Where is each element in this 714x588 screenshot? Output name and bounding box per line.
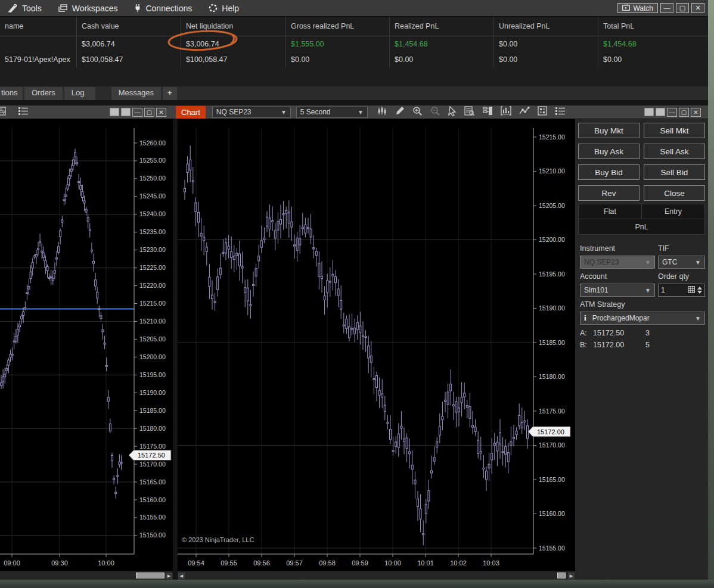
close-button[interactable]: Close: [644, 185, 705, 201]
right-chart-scrollbar[interactable]: ◀ ▶: [178, 571, 575, 580]
buy-ask-button[interactable]: Buy Ask: [578, 144, 640, 159]
tab-positions[interactable]: tions: [0, 87, 23, 100]
scrollbar-thumb[interactable]: [557, 573, 566, 578]
svg-text:15185.00: 15185.00: [139, 407, 166, 414]
info-icon[interactable]: i: [584, 313, 586, 323]
right-chart-close-button[interactable]: ✕: [691, 108, 701, 117]
chart-window-tab[interactable]: Chart: [176, 106, 206, 119]
cursor-icon[interactable]: [448, 106, 457, 119]
scrollbar-left-arrow[interactable]: ◀: [178, 573, 185, 579]
desktop-background-right: [708, 0, 714, 588]
interval-dropdown[interactable]: 5 Second ▼: [296, 107, 368, 118]
menu-connections[interactable]: Connections: [126, 0, 200, 16]
col-net-liquidation[interactable]: Net liquidation: [181, 17, 285, 36]
tab-add[interactable]: +: [163, 87, 177, 100]
tif-select-value: GTC: [662, 258, 677, 266]
qty-spinner[interactable]: [697, 287, 702, 294]
tif-select[interactable]: GTC ▼: [658, 256, 705, 269]
col-realized-pnl[interactable]: Realized PnL: [389, 17, 493, 36]
atm-strategy-select[interactable]: i ProchargedMopar ▼: [580, 312, 705, 325]
table-row[interactable]: 5179-01!Apex!Apex $100,058.47 $100,058.4…: [0, 52, 708, 67]
svg-text:15230.00: 15230.00: [139, 246, 166, 253]
chart-trader-panel-icon[interactable]: [483, 106, 493, 118]
tab-orders[interactable]: Orders: [24, 87, 63, 100]
svg-text:15205.00: 15205.00: [139, 335, 166, 343]
sell-ask-button[interactable]: Sell Ask: [644, 144, 705, 159]
calculator-icon[interactable]: [688, 286, 695, 295]
menu-tools[interactable]: Tools: [0, 0, 50, 16]
chart-extra-button[interactable]: [110, 108, 119, 116]
scrollbar-right-arrow[interactable]: ▶: [568, 573, 575, 579]
window-close-button[interactable]: ✕: [691, 3, 704, 13]
atm-target-a-row: A: 15172.50 3: [580, 329, 650, 337]
strategies-icon[interactable]: [519, 107, 530, 118]
col-cash-value[interactable]: Cash value: [76, 17, 181, 36]
list-icon[interactable]: [555, 106, 566, 118]
svg-text:10:02: 10:02: [450, 559, 467, 567]
price-bars-icon[interactable]: [377, 106, 387, 119]
list-icon[interactable]: [18, 106, 29, 118]
spinner-up-icon[interactable]: [697, 287, 702, 290]
atm-target-b-row: B: 15172.00 5: [580, 341, 650, 349]
indicators-icon[interactable]: [501, 106, 511, 118]
left-chart-canvas[interactable]: 15260.0015255.0015250.0015245.0015240.00…: [0, 128, 173, 571]
instrument-dropdown[interactable]: NQ SEP23 ▼: [212, 107, 291, 118]
chevron-down-icon: ▼: [695, 259, 701, 266]
menu-help[interactable]: Help: [200, 0, 247, 16]
position-display: Flat Entry PnL: [578, 204, 705, 235]
svg-text:09:54: 09:54: [188, 559, 204, 567]
right-chart-maximize-button[interactable]: ▢: [679, 108, 689, 117]
pnl-indicator: PnL: [579, 219, 704, 234]
col-gross-realized-pnl[interactable]: Gross realized PnL: [285, 17, 389, 36]
table-row[interactable]: $3,006.74 $3,006.74 $1,555.00 $1,454.68 …: [0, 36, 708, 52]
svg-text:15175.00: 15175.00: [539, 407, 565, 415]
svg-text:15172.00: 15172.00: [537, 428, 564, 435]
scrollbar-right-arrow[interactable]: ▶: [166, 573, 172, 579]
zoom-in-icon[interactable]: [412, 106, 423, 119]
account-select[interactable]: Sim101 ▼: [580, 284, 655, 297]
chart-properties-partial-icon[interactable]: [0, 106, 6, 118]
tab-messages[interactable]: Messages: [111, 87, 161, 100]
right-chart-minimize-button[interactable]: —: [667, 108, 677, 117]
col-unrealized-pnl[interactable]: Unrealized PnL: [493, 17, 598, 36]
atm-strategy-value: ProchargedMopar: [592, 314, 650, 322]
data-box-icon[interactable]: [464, 106, 475, 119]
plug-icon: [134, 4, 141, 13]
left-chart-maximize-button[interactable]: ▢: [144, 108, 154, 117]
window-minimize-button[interactable]: —: [660, 3, 673, 13]
left-chart-minimize-button[interactable]: —: [132, 108, 142, 117]
col-total-pnl[interactable]: Total PnL: [598, 17, 708, 36]
svg-text:10:01: 10:01: [417, 559, 434, 567]
left-chart-close-button[interactable]: ✕: [156, 108, 166, 117]
zoom-out-icon[interactable]: [430, 106, 440, 119]
accounts-table: name Cash value Net liquidation Gross re…: [0, 16, 708, 86]
svg-text:15250.00: 15250.00: [139, 175, 166, 182]
svg-text:15175.00: 15175.00: [139, 443, 166, 450]
watch-button[interactable]: Watch: [617, 3, 658, 13]
buy-mkt-button[interactable]: Buy Mkt: [578, 123, 640, 138]
spinner-down-icon[interactable]: [697, 291, 702, 294]
drawing-tools-icon[interactable]: [395, 106, 405, 119]
tab-log[interactable]: Log: [64, 87, 95, 100]
svg-text:09:55: 09:55: [221, 559, 237, 567]
sell-mkt-button[interactable]: Sell Mkt: [644, 123, 705, 138]
chart-extra-button[interactable]: [644, 108, 654, 116]
instrument-select[interactable]: NQ SEP23 ▼: [580, 256, 655, 269]
chart-extra-button[interactable]: [656, 108, 665, 116]
col-name[interactable]: name: [0, 17, 76, 36]
tif-label: TIF: [658, 244, 669, 253]
cell-realized: $0.00: [389, 52, 493, 67]
right-chart-canvas[interactable]: 15215.0015210.0015205.0015200.0015195.00…: [178, 128, 575, 571]
cell-realized: $1,454.68: [389, 36, 493, 52]
menu-workspaces[interactable]: Workspaces: [50, 0, 126, 16]
sell-bid-button[interactable]: Sell Bid: [644, 164, 705, 180]
buy-bid-button[interactable]: Buy Bid: [578, 164, 640, 180]
svg-text:15225.00: 15225.00: [139, 264, 166, 271]
scrollbar-thumb[interactable]: [136, 573, 164, 578]
chart-properties-icon[interactable]: [538, 106, 547, 118]
order-qty-input[interactable]: 1: [658, 284, 705, 297]
window-maximize-button[interactable]: ▢: [676, 3, 689, 13]
reverse-button[interactable]: Rev: [578, 185, 640, 201]
left-chart-scrollbar[interactable]: ▶: [0, 571, 173, 580]
chart-extra-button[interactable]: [121, 108, 131, 116]
